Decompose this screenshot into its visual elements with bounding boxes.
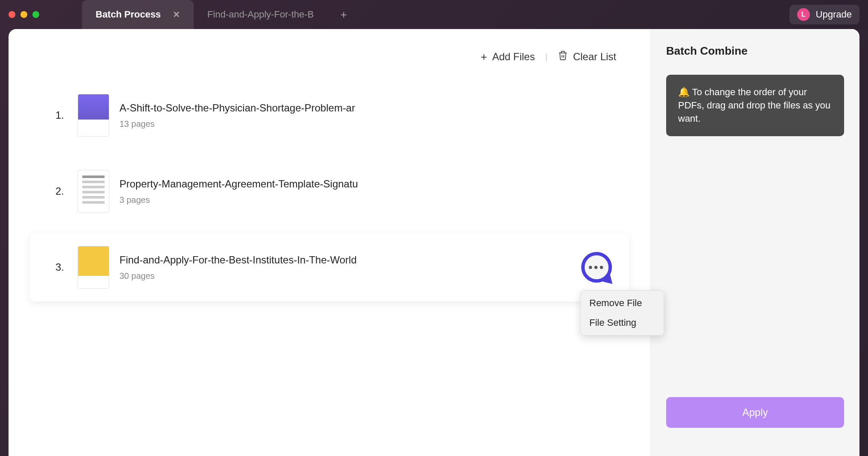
sidebar: Batch Combine 🔔 To change the order of y…	[650, 29, 859, 456]
file-index: 2.	[55, 185, 67, 197]
file-pages: 3 pages	[119, 195, 612, 205]
apply-button[interactable]: Apply	[666, 397, 844, 428]
file-thumbnail	[78, 246, 109, 289]
tab-label: Batch Process	[96, 9, 161, 20]
menu-item-label: File Setting	[589, 317, 636, 328]
close-icon[interactable]: ✕	[173, 9, 180, 20]
file-thumbnail	[78, 170, 109, 213]
upgrade-button[interactable]: L Upgrade	[789, 5, 859, 24]
upgrade-label: Upgrade	[816, 9, 852, 20]
window-minimize-button[interactable]	[20, 11, 27, 18]
file-name: Property-Management-Agreement-Template-S…	[119, 178, 376, 190]
file-info: Property-Management-Agreement-Template-S…	[119, 178, 612, 205]
window-maximize-button[interactable]	[32, 11, 39, 18]
file-info: Find-and-Apply-For-the-Best-Institutes-I…	[119, 254, 571, 281]
file-index: 1.	[55, 109, 67, 121]
sidebar-title: Batch Combine	[666, 44, 844, 58]
file-item[interactable]: 1. A-Shift-to-Solve-the-Physician-Shorta…	[30, 81, 629, 149]
file-index: 3.	[55, 261, 67, 273]
tip-box: 🔔 To change the order of your PDFs, drag…	[666, 75, 844, 136]
content-area: + Add Files | Clear List 1. A-Shift-to-S…	[9, 29, 650, 456]
new-tab-button[interactable]: +	[335, 6, 352, 23]
add-files-label: Add Files	[492, 51, 535, 63]
menu-item-label: Remove File	[589, 298, 642, 308]
file-item[interactable]: 3. Find-and-Apply-For-the-Best-Institute…	[30, 233, 629, 301]
tab-label: Find-and-Apply-For-the-B	[207, 9, 314, 20]
divider: |	[545, 52, 547, 62]
tabs-container: Batch Process ✕ Find-and-Apply-For-the-B…	[82, 0, 789, 29]
file-name: Find-and-Apply-For-the-Best-Institutes-I…	[119, 254, 376, 266]
action-bar: + Add Files | Clear List	[30, 44, 629, 81]
tab-batch-process[interactable]: Batch Process ✕	[82, 0, 194, 29]
file-name: A-Shift-to-Solve-the-Physician-Shortage-…	[119, 102, 376, 114]
avatar-initial: L	[801, 11, 806, 18]
plus-icon: +	[341, 8, 347, 21]
traffic-lights	[9, 11, 39, 18]
main-window: + Add Files | Clear List 1. A-Shift-to-S…	[9, 29, 859, 456]
menu-file-setting[interactable]: File Setting	[581, 313, 664, 333]
file-list: 1. A-Shift-to-Solve-the-Physician-Shorta…	[30, 81, 629, 301]
apply-label: Apply	[742, 406, 768, 418]
file-thumbnail	[78, 94, 109, 137]
file-pages: 30 pages	[119, 271, 571, 281]
clear-list-button[interactable]: Clear List	[558, 50, 616, 64]
plus-icon: +	[481, 50, 487, 64]
file-pages: 13 pages	[119, 119, 612, 129]
file-item[interactable]: 2. Property-Management-Agreement-Templat…	[30, 157, 629, 225]
trash-icon	[558, 50, 568, 64]
tip-text: 🔔 To change the order of your PDFs, drag…	[678, 87, 830, 124]
context-menu: Remove File File Setting	[580, 290, 664, 336]
tab-document[interactable]: Find-and-Apply-For-the-B	[194, 0, 327, 29]
menu-remove-file[interactable]: Remove File	[581, 293, 664, 313]
more-icon: •••	[588, 260, 605, 274]
arrow-indicator-icon	[603, 274, 616, 287]
more-options-button[interactable]: •••	[581, 252, 612, 283]
window-close-button[interactable]	[9, 11, 15, 18]
add-files-button[interactable]: + Add Files	[481, 50, 535, 64]
file-info: A-Shift-to-Solve-the-Physician-Shortage-…	[119, 102, 612, 129]
title-bar: Batch Process ✕ Find-and-Apply-For-the-B…	[0, 0, 868, 29]
avatar: L	[797, 8, 810, 21]
clear-list-label: Clear List	[573, 51, 616, 63]
